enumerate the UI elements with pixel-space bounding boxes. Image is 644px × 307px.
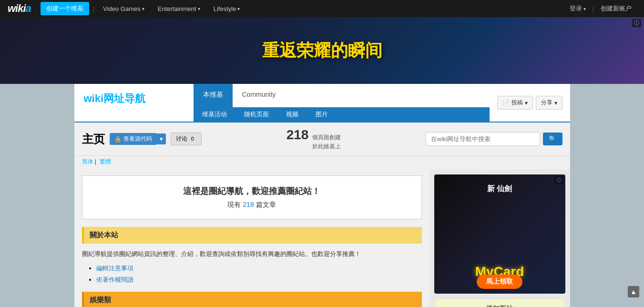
chevron-down-icon: ▾ — [583, 6, 586, 11]
tab-video[interactable]: 视频 — [277, 107, 307, 122]
document-icon: 📄 — [502, 100, 510, 106]
wiki-title-area: wiki网址导航 — [74, 84, 194, 122]
chevron-down-icon: ▾ — [554, 100, 557, 106]
about-links-list: 編輯注意事項 依著作權閱讀 — [96, 264, 422, 284]
nav-divider: | — [93, 5, 94, 12]
welcome-text: 現有 218 篇文章 — [92, 201, 412, 209]
wiki-title: wiki网址导航 — [84, 92, 184, 106]
banner-info-icon[interactable]: ⓘ — [632, 19, 641, 27]
lang-simplified-link[interactable]: 简体 — [82, 158, 93, 165]
scroll-to-top-button[interactable]: ▲ — [628, 286, 639, 297]
tab-wiki-activity[interactable]: 维基活动 — [194, 107, 235, 122]
tabs-area: 本维基 Community 维基活动 随机页面 视频 图片 — [194, 84, 490, 122]
create-account-button[interactable]: 创建新账户 — [596, 0, 636, 17]
article-area: 這裡是圈紀導航，歡迎推薦圈紀站！ 現有 218 篇文章 關於本站 圈紀導航提供圈… — [74, 170, 429, 307]
page-title: 主页 — [82, 132, 105, 147]
share-button[interactable]: 分享 ▾ — [536, 96, 562, 110]
tab-this-wiki[interactable]: 本维基 — [194, 84, 233, 107]
search-input[interactable] — [426, 132, 540, 146]
chevron-down-icon: ▾ — [142, 6, 144, 11]
list-item: 編輯注意事項 — [96, 264, 422, 273]
wiki-actions: 📄 投稿 ▾ 分享 ▾ — [490, 84, 570, 122]
page-stats: 218 個頁面創建於此維基上 — [286, 127, 341, 151]
lock-icon: 🔒 — [114, 136, 122, 143]
wikia-logo: wikia — [8, 2, 31, 15]
nav-lifestyle[interactable]: Lifestyle ▾ — [209, 0, 245, 17]
nav-video-games[interactable]: Video Games ▾ — [98, 0, 149, 17]
create-wiki-button[interactable]: 创建一个维基 — [41, 2, 89, 15]
secondary-tabs: 维基活动 随机页面 视频 图片 — [194, 107, 490, 122]
nav-right-area: 登录 ▾ | 创建新账户 — [565, 0, 636, 17]
chevron-down-icon: ▾ — [198, 6, 200, 11]
ad-info-icon[interactable]: ⓘ — [554, 176, 563, 184]
welcome-heading: 這裡是圈紀導航，歡迎推薦圈紀站！ — [92, 185, 412, 197]
chevron-down-icon: ▾ — [237, 6, 240, 11]
contribute-button[interactable]: 📄 投稿 ▾ — [497, 96, 533, 110]
chevron-down-icon: ▾ — [525, 100, 528, 106]
copyright-link[interactable]: 依著作權閱讀 — [96, 276, 133, 283]
top-navigation: wikia 创建一个维基 | Video Games ▾ Entertainme… — [0, 0, 644, 17]
add-new-site-box: 添加新站 新增資料 — [434, 298, 565, 307]
about-section-heading: 關於本站 — [82, 227, 422, 244]
list-item: 依著作權閱讀 — [96, 276, 422, 284]
view-source-dropdown-button[interactable]: ▾ — [157, 133, 166, 144]
about-text: 圈紀導航提供圈紀網站資訊的整理、介紹，歡迎查詢或依類別尋找有興趣的圈紀站。也歡迎… — [82, 249, 422, 259]
nav-divider-2: | — [593, 5, 594, 12]
search-icon: 🔍 — [549, 135, 557, 143]
about-section: 圈紀導航提供圈紀網站資訊的整理、介紹，歡迎查詢或依類別尋找有興趣的圈紀站。也歡迎… — [82, 249, 422, 284]
nav-entertainment[interactable]: Entertainment ▾ — [153, 0, 205, 17]
search-box-area: 🔍 — [426, 132, 562, 146]
welcome-box: 這裡是圈紀導航，歡迎推薦圈紀站！ 現有 218 篇文章 — [82, 175, 422, 219]
ad-title: 新 仙劍 — [487, 184, 512, 194]
tab-random-page[interactable]: 随机页面 — [235, 107, 277, 122]
page-content: 這裡是圈紀導航，歡迎推薦圈紀站！ 現有 218 篇文章 關於本站 圈紀導航提供圈… — [74, 170, 570, 307]
add-site-heading: 添加新站 — [440, 305, 559, 307]
tab-community[interactable]: Community — [233, 84, 286, 107]
primary-tabs: 本维基 Community — [194, 84, 490, 107]
tab-images[interactable]: 图片 — [307, 107, 337, 122]
login-button[interactable]: 登录 ▾ — [565, 0, 591, 17]
content-left: 這裡是圈紀導航，歡迎推薦圈紀站！ 現有 218 篇文章 關於本站 圈紀導航提供圈… — [74, 170, 429, 307]
edit-notes-link[interactable]: 編輯注意事項 — [96, 265, 133, 272]
banner-text: 重返荣耀的瞬间 — [262, 39, 382, 62]
discuss-button[interactable]: 讨论 0 — [171, 133, 202, 145]
discuss-count-badge: 0 — [189, 135, 196, 142]
entertainment-section-heading: 娛樂類 — [82, 292, 422, 307]
page-header-row: 主页 🔒 查看源代码 ▾ 讨论 0 218 個頁面創建於此維基上 🔍 — [74, 123, 570, 156]
banner-advertisement: 重返荣耀的瞬间 ⓘ — [0, 17, 644, 84]
search-button[interactable]: 🔍 — [543, 133, 562, 145]
main-content-wrapper: wiki网址导航 本维基 Community 维基活动 随机页面 视频 图片 📄… — [74, 84, 570, 307]
right-advertisement: ⓘ 新 仙劍 MyCard 馬上領取 — [434, 174, 565, 294]
lang-traditional-link[interactable]: 繁體 — [100, 158, 111, 165]
language-links: 简体 | 繁體 — [74, 156, 570, 170]
content-right: ⓘ 新 仙劍 MyCard 馬上領取 添加新站 新增資料 其他資訊 中文Medi… — [429, 170, 570, 307]
page-stats-text: 個頁面創建於此維基上 — [312, 134, 341, 150]
view-source-button[interactable]: 🔒 查看源代码 — [110, 133, 157, 145]
page-count: 218 — [286, 127, 309, 142]
ad-claim-button[interactable]: 馬上領取 — [477, 275, 522, 289]
article-count: 218 — [243, 201, 254, 208]
